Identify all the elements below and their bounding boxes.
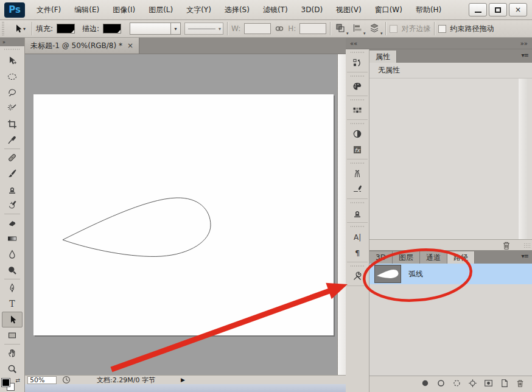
path-alignment-button[interactable]: ▾ [351,22,365,35]
type-tool[interactable]: T [2,296,23,312]
paragraph-panel-icon: ¶ [352,248,362,257]
menu-帮助[interactable]: 帮助(H) [409,0,448,19]
dodge-tool[interactable] [2,262,23,278]
collapsed-brush-panel-button[interactable] [348,166,367,181]
zoom-level-field[interactable]: 50% [27,376,57,384]
menu-滤镜[interactable]: 滤镜(T) [256,0,295,19]
blur-tool[interactable] [2,247,23,262]
menu-视图[interactable]: 视图(V) [329,0,368,19]
collapsed-styles-panel-button[interactable]: fx [348,142,367,158]
adjustments-panel-icon [352,129,362,139]
path-list-item[interactable]: 弧线 [369,264,532,284]
vertical-scrollbar[interactable] [337,54,346,375]
magic-wand-tool[interactable] [2,100,23,116]
stroke-path-button[interactable] [436,379,446,388]
eraser-tool[interactable] [2,215,23,231]
constrain-path-drag-checkbox[interactable] [438,25,446,33]
path-operations-button[interactable]: ▾ [334,22,348,35]
tab-3D[interactable]: 3D [369,251,393,264]
history-brush-tool[interactable] [2,197,23,213]
panel-group-gripper[interactable] [351,74,364,79]
swap-colors-icon[interactable]: ⇄ [15,377,20,383]
selection-as-path-button[interactable] [468,379,477,388]
hand-tool[interactable] [2,345,23,361]
tab-图层[interactable]: 图层 [393,251,420,264]
status-menu-arrow-icon[interactable]: ▶ [181,377,185,383]
tools-panel-collapse-button[interactable]: » [0,38,24,46]
collapsed-character-panel-button[interactable]: A| [348,229,367,245]
teardrop-path-shape[interactable] [61,196,213,258]
brush-tool[interactable] [2,166,23,181]
panel-group-gripper[interactable] [351,161,364,166]
add-mask-button[interactable] [484,379,493,388]
fill-path-button[interactable] [421,379,430,388]
stroke-color-swatch[interactable] [103,24,121,33]
menu-选择[interactable]: 选择(S) [218,0,256,19]
foreground-color-swatch[interactable] [2,379,10,387]
align-edges-checkbox[interactable] [390,25,397,33]
crop-tool[interactable] [2,116,23,132]
menu-编辑[interactable]: 编辑(E) [68,0,106,19]
panel-group-gripper[interactable] [351,97,364,102]
collapsed-clone-source-panel-button[interactable] [348,205,367,221]
collapsed-utilities-panel-button[interactable] [348,268,367,284]
document-tab[interactable]: 未标题-1 @ 50%(RGB/8) * × [25,38,139,54]
close-button[interactable]: × [509,3,527,16]
collapsed-color-panel-button[interactable] [348,79,367,94]
tab-properties[interactable]: 属性 [369,51,397,63]
panel-group-gripper[interactable] [351,121,364,126]
close-document-icon[interactable]: × [127,41,133,50]
clone-stamp-tool[interactable] [2,181,23,197]
move-tool[interactable] [2,53,23,69]
eyedropper-tool[interactable] [2,132,23,148]
tab-路径[interactable]: 路径 [447,251,475,264]
path-arrangement-button[interactable]: ▾ [368,22,382,35]
path-selection-tool[interactable] [2,312,23,327]
stroke-width-dropdown[interactable]: ▾ [130,23,181,35]
artboard-page[interactable] [33,94,334,335]
stroke-style-dropdown[interactable]: ▾ [184,23,223,35]
panel-resize-gripper[interactable] [523,243,531,249]
options-gripper[interactable] [1,22,5,35]
maximize-button[interactable] [489,3,507,16]
minimize-button[interactable] [469,3,487,16]
menu-3D[interactable]: 3D(D) [295,0,329,19]
panel-menu-icon[interactable]: ▾≡ [522,253,528,259]
path-thumbnail[interactable] [374,265,401,283]
current-tool-button[interactable]: ▾ [10,23,28,35]
panel-menu-icon[interactable]: ▾≡ [522,52,528,58]
menu-窗口[interactable]: 窗口(W) [368,0,409,19]
gradient-tool[interactable] [2,231,23,247]
collapsed-paragraph-panel-button[interactable]: ¶ [348,245,367,261]
collapse-panels-icon[interactable]: «« [350,40,357,47]
path-as-selection-button[interactable] [452,379,461,388]
rectangle-tool[interactable] [2,327,23,343]
panel-group-gripper[interactable] [351,264,364,268]
canvas[interactable] [25,54,337,375]
height-input[interactable] [299,23,326,34]
menu-图像[interactable]: 图像(I) [106,0,142,19]
new-path-button[interactable] [500,379,509,388]
tools-panel-gripper[interactable] [4,47,20,52]
zoom-tool[interactable] [2,361,23,377]
lasso-tool[interactable] [2,85,23,100]
width-input[interactable] [244,23,271,34]
expand-panels-icon[interactable]: »» [520,40,528,47]
collapsed-brush-presets-panel-button[interactable] [348,181,367,197]
delete-path-button[interactable] [516,379,525,388]
menu-图层[interactable]: 图层(L) [142,0,180,19]
marquee-tool[interactable] [2,69,23,85]
tab-通道[interactable]: 通道 [420,251,447,264]
collapsed-history-panel-button[interactable] [348,55,367,71]
panel-group-gripper[interactable] [351,200,364,205]
collapsed-swatches-panel-button[interactable] [348,102,367,118]
fill-color-swatch[interactable] [57,24,75,33]
properties-scrollbar[interactable] [519,79,527,239]
healing-brush-tool[interactable] [2,150,23,166]
collapsed-adjustments-panel-button[interactable] [348,126,367,142]
menu-文件[interactable]: 文件(F) [30,0,68,19]
pen-tool[interactable] [2,280,23,296]
panel-group-gripper[interactable] [351,224,364,229]
menu-文字[interactable]: 文字(Y) [180,0,218,19]
panel-group-gripper[interactable] [351,50,364,55]
